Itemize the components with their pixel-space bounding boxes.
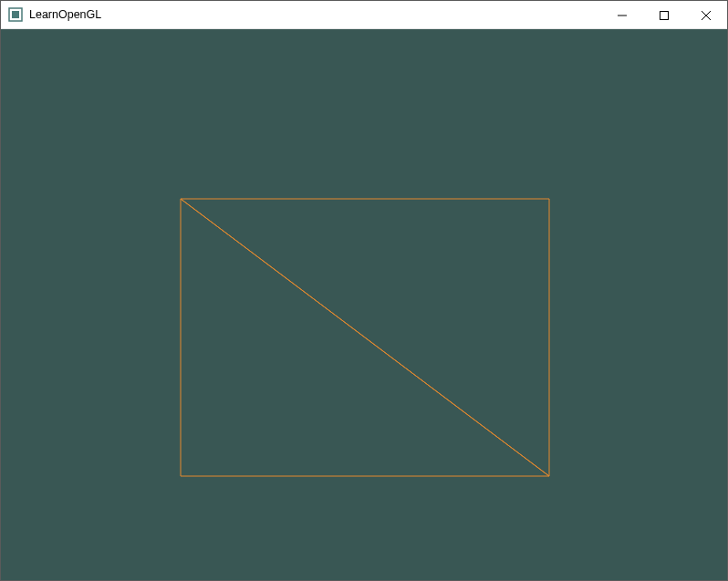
window-title: LearnOpenGL	[29, 1, 601, 29]
svg-rect-6	[1, 29, 727, 580]
minimize-button[interactable]	[601, 1, 643, 29]
close-button[interactable]	[685, 1, 727, 29]
svg-rect-3	[660, 11, 669, 19]
render-canvas	[1, 29, 727, 580]
titlebar: LearnOpenGL	[1, 1, 727, 29]
svg-rect-1	[12, 11, 19, 18]
opengl-viewport	[1, 29, 727, 580]
app-icon	[8, 7, 23, 22]
app-window: LearnOpenGL	[0, 0, 728, 581]
maximize-button[interactable]	[643, 1, 685, 29]
window-controls	[601, 1, 727, 28]
